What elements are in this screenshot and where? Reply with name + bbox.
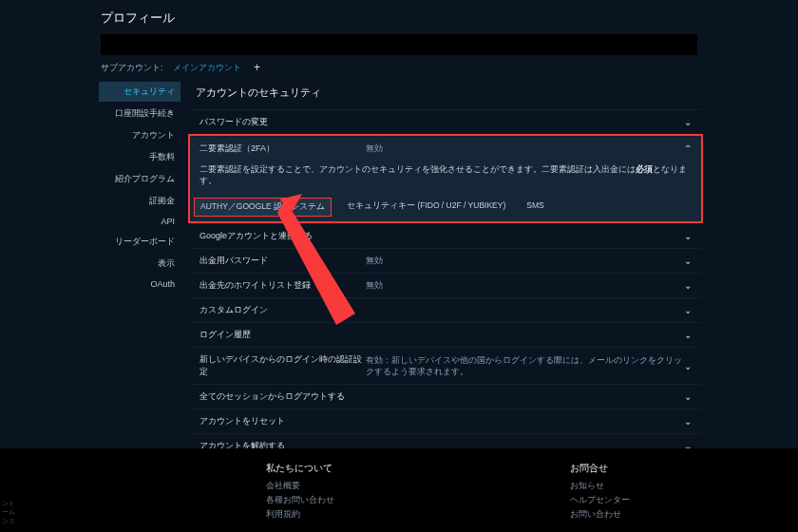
- footer-col-contact: お問合せ お知らせ ヘルプセンター お問い合わせ: [570, 462, 722, 521]
- chevron-up-icon: ⌃: [684, 143, 692, 154]
- sidebar-item-api[interactable]: API: [99, 213, 180, 230]
- row-label: 二要素認証（2FA）: [200, 142, 366, 155]
- footer-heading: お問合せ: [570, 462, 722, 475]
- subaccount-link[interactable]: メインアカウント: [173, 62, 241, 74]
- row-label: カスタムログイン: [200, 304, 366, 316]
- subaccount-bar: サブアカウント: メインアカウント +: [0, 59, 798, 82]
- row-new-device-auth[interactable]: 新しいデバイスからのログイン時の認証設定 有効：新しいデバイスや他の国からログイ…: [190, 347, 701, 384]
- row-value: 無効: [366, 255, 684, 267]
- row-label: 出金先のホワイトリスト登録: [200, 279, 366, 292]
- chevron-down-icon: ⌄: [684, 361, 692, 371]
- row-value: 無効: [366, 142, 684, 155]
- footer-link-help[interactable]: ヘルプセンター: [570, 495, 722, 506]
- page-title: プロフィール: [0, 0, 798, 34]
- sidebar-item-account[interactable]: アカウント: [99, 125, 180, 145]
- row-label: アカウントをリセット: [200, 415, 366, 428]
- sidebar-item-security[interactable]: セキュリティ: [99, 82, 180, 102]
- row-twofa[interactable]: 二要素認証（2FA） 無効 ⌃: [190, 136, 701, 161]
- row-login-history[interactable]: ログイン履歴 ⌄: [190, 322, 701, 347]
- chevron-down-icon: ⌄: [684, 117, 692, 127]
- add-subaccount-button[interactable]: +: [251, 61, 264, 74]
- footer-link-contact[interactable]: お問い合わせ: [570, 509, 722, 521]
- chevron-down-icon: ⌄: [684, 416, 692, 427]
- section-title: アカウントのセキュリティ: [190, 82, 701, 109]
- row-label: Googleアカウントと連携する: [200, 230, 366, 242]
- sidebar-item-display[interactable]: 表示: [99, 254, 180, 274]
- row-label: 出金用パスワード: [200, 255, 366, 267]
- main-panel: アカウントのセキュリティ パスワードの変更 ⌄ 二要素認証（2FA） 無効 ⌃ …: [190, 82, 798, 459]
- row-google-link[interactable]: Googleアカウントと連携する ⌄: [190, 223, 701, 248]
- row-custom-login[interactable]: カスタムログイン ⌄: [190, 297, 701, 322]
- row-label: 新しいデバイスからのログイン時の認証設定: [200, 353, 366, 378]
- sidebar-item-fees[interactable]: 手数料: [99, 147, 180, 167]
- sidebar-item-referral[interactable]: 紹介プログラム: [99, 169, 180, 189]
- footer-link-terms[interactable]: 利用規約: [266, 509, 418, 521]
- footer-link-inquiries[interactable]: 各種お問い合わせ: [266, 495, 418, 506]
- row-label: ログイン履歴: [200, 329, 366, 341]
- row-change-password[interactable]: パスワードの変更 ⌄: [190, 109, 701, 134]
- row-label: パスワードの変更: [200, 116, 366, 128]
- row-whitelist[interactable]: 出金先のホワイトリスト登録 無効 ⌄: [190, 273, 701, 297]
- chevron-down-icon: ⌄: [684, 391, 692, 402]
- tab-security-key[interactable]: セキュリティキー (FIDO / U2F / YUBIKEY): [347, 200, 505, 214]
- subaccount-label: サブアカウント:: [101, 62, 163, 74]
- row-logout-all[interactable]: 全てのセッションからログアウトする ⌄: [190, 384, 701, 408]
- sidebar-item-margin[interactable]: 証拠金: [99, 191, 180, 211]
- footer: ント ーム ンス 私たちについて 会社概要 各種お問い合わせ 利用規約 お問合せ…: [0, 448, 798, 532]
- row-reset-account[interactable]: アカウントをリセット ⌄: [190, 408, 701, 433]
- row-value: 無効: [366, 279, 684, 292]
- twofa-description: 二要素認証を設定することで、アカウントのセキュリティを強化させることができます。…: [190, 161, 701, 195]
- row-value: 有効：新しいデバイスや他の国からログインする際には、メールのリンクをクリックする…: [366, 354, 684, 377]
- footer-left-fragment: ント ーム ンス: [0, 499, 15, 526]
- chevron-down-icon: ⌄: [684, 280, 692, 291]
- sidebar-item-leaderboard[interactable]: リーダーボード: [99, 232, 180, 252]
- chevron-down-icon: ⌄: [684, 256, 692, 266]
- footer-heading: 私たちについて: [266, 462, 418, 475]
- twofa-tabs: AUTHY／GOOGLE 認証システム セキュリティキー (FIDO / U2F…: [190, 195, 701, 221]
- footer-link-news[interactable]: お知らせ: [570, 481, 722, 492]
- sidebar: セキュリティ 口座開設手続き アカウント 手数料 紹介プログラム 証拠金 API…: [99, 82, 180, 459]
- sidebar-item-account-opening[interactable]: 口座開設手続き: [99, 104, 180, 124]
- footer-col-about: 私たちについて 会社概要 各種お問い合わせ 利用規約: [266, 462, 418, 521]
- chevron-down-icon: ⌄: [684, 330, 692, 340]
- redacted-region: [101, 34, 697, 55]
- chevron-down-icon: ⌄: [684, 231, 692, 241]
- tab-sms[interactable]: SMS: [526, 200, 543, 214]
- tab-authy-google[interactable]: AUTHY／GOOGLE 認証システム: [194, 198, 332, 217]
- sidebar-item-oauth[interactable]: OAuth: [99, 276, 180, 293]
- row-label: 全てのセッションからログアウトする: [200, 390, 366, 403]
- twofa-highlight-box: 二要素認証（2FA） 無効 ⌃ 二要素認証を設定することで、アカウントのセキュリ…: [188, 134, 703, 223]
- chevron-down-icon: ⌄: [684, 305, 692, 315]
- row-withdraw-password[interactable]: 出金用パスワード 無効 ⌄: [190, 248, 701, 273]
- footer-link-company[interactable]: 会社概要: [266, 481, 418, 492]
